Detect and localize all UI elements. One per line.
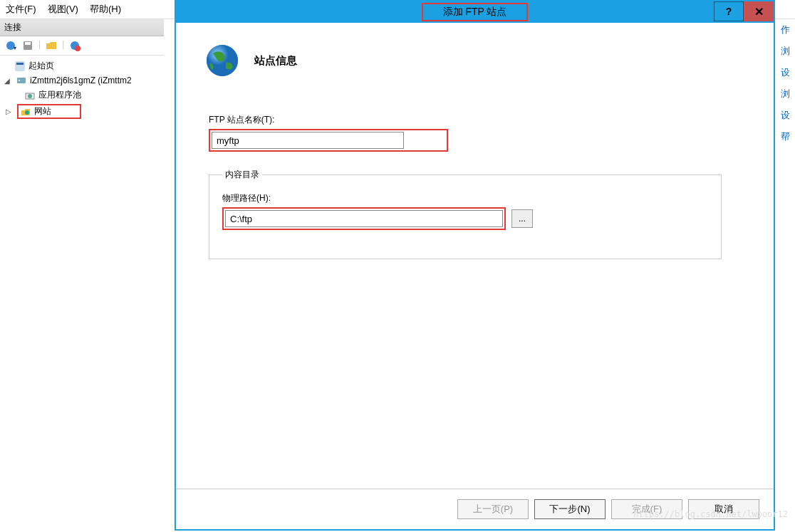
dialog-footer: 上一页(P) 下一步(N) 完成(F) 取消 <box>176 489 774 529</box>
connect-icon[interactable]: ▾ <box>4 39 17 52</box>
wizard-step-title: 站点信息 <box>254 54 297 68</box>
stop-site-icon[interactable] <box>68 39 81 52</box>
start-page-icon <box>14 61 26 72</box>
physical-path-label: 物理路径(H): <box>222 192 708 204</box>
connections-toolbar: ▾ | | <box>0 36 164 56</box>
action-link[interactable]: 帮 <box>781 126 795 147</box>
svg-rect-8 <box>17 78 26 83</box>
folder-up-icon[interactable] <box>45 39 58 52</box>
tree-app-pools[interactable]: 应用程序池 <box>1 88 162 103</box>
action-link[interactable]: 浏 <box>781 83 795 105</box>
server-icon <box>16 75 27 86</box>
svg-point-5 <box>75 46 80 51</box>
action-link[interactable]: 浏 <box>781 41 795 62</box>
svg-point-9 <box>19 80 20 81</box>
tree-app-pools-label: 应用程序池 <box>38 89 81 101</box>
action-link[interactable]: 设 <box>781 105 795 126</box>
svg-point-12 <box>25 110 29 115</box>
next-button[interactable]: 下一步(N) <box>534 499 606 519</box>
tree-start-page[interactable]: 起始页 <box>1 58 162 73</box>
cancel-button[interactable]: 取消 <box>688 499 759 519</box>
dialog-title: 添加 FTP 站点 <box>422 3 529 21</box>
dialog-body: 站点信息 FTP 站点名称(T): 内容目录 物理路径(H): ... <box>176 23 774 489</box>
add-ftp-site-dialog: 添加 FTP 站点 ? ✕ <box>175 0 775 531</box>
finish-button: 完成(F) <box>611 499 682 519</box>
actions-panel: 作 浏 设 浏 设 帮 <box>781 19 795 147</box>
menu-file[interactable]: 文件(F) <box>6 3 36 16</box>
physical-path-input[interactable] <box>225 210 503 227</box>
close-button[interactable]: ✕ <box>744 1 774 21</box>
globe-icon <box>204 43 240 78</box>
tree-sites-label: 网站 <box>34 105 51 118</box>
svg-rect-3 <box>25 42 31 45</box>
expand-arrow-icon[interactable]: ◢ <box>4 77 13 85</box>
ftp-site-name-label: FTP 站点名称(T): <box>209 114 745 126</box>
svg-rect-7 <box>16 63 24 65</box>
svg-point-11 <box>28 94 32 98</box>
dialog-titlebar[interactable]: 添加 FTP 站点 ? ✕ <box>176 1 774 23</box>
help-button[interactable]: ? <box>714 1 744 21</box>
content-directory-group: 内容目录 物理路径(H): ... <box>209 169 722 259</box>
expand-arrow-icon[interactable]: ▷ <box>6 108 14 115</box>
ftp-site-name-input[interactable] <box>212 132 404 149</box>
tree-server[interactable]: ◢ iZmttm2j6ls1gmZ (iZmttm2 <box>1 73 162 88</box>
action-link[interactable]: 设 <box>781 62 795 83</box>
connections-panel-header: 连接 <box>0 19 164 36</box>
tree-start-page-label: 起始页 <box>28 60 54 72</box>
tree-server-label: iZmttm2j6ls1gmZ (iZmttm2 <box>30 75 132 85</box>
connections-tree: 起始页 ◢ iZmttm2j6ls1gmZ (iZmttm2 应用程序池 ▷ 网… <box>0 56 164 123</box>
browse-button[interactable]: ... <box>511 209 533 228</box>
previous-button: 上一页(P) <box>457 499 529 519</box>
sites-folder-icon <box>20 106 31 118</box>
app-pools-icon <box>24 90 36 101</box>
content-directory-legend: 内容目录 <box>222 169 262 181</box>
menu-view[interactable]: 视图(V) <box>48 3 78 16</box>
action-link[interactable]: 作 <box>781 19 795 41</box>
svg-text:▾: ▾ <box>14 45 16 51</box>
menu-help[interactable]: 帮助(H) <box>90 3 121 16</box>
tree-sites[interactable]: ▷ 网站 <box>1 103 162 120</box>
save-icon[interactable] <box>21 39 34 52</box>
